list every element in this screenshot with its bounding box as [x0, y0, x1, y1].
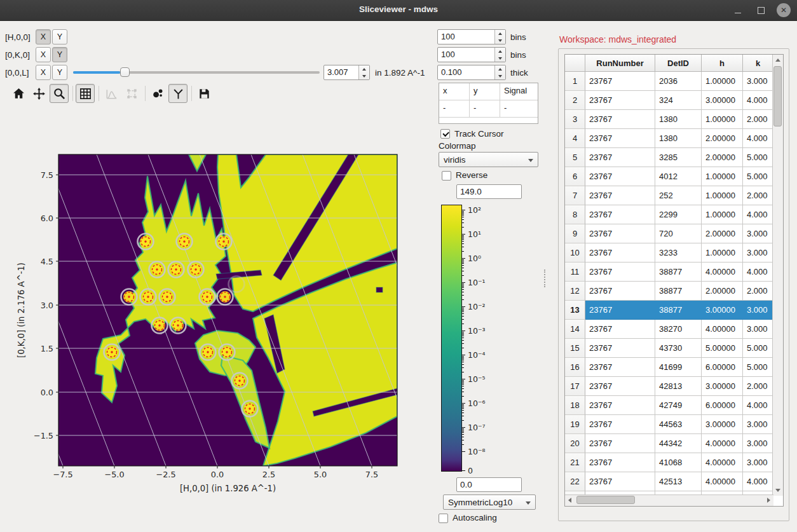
row-header[interactable]: 3 [565, 110, 585, 129]
table-cell[interactable]: 252 [655, 186, 702, 205]
track-cursor-checkbox[interactable] [440, 129, 450, 139]
table-cell[interactable]: 4.000 [743, 263, 773, 282]
table-cell[interactable]: 38270 [655, 320, 702, 339]
table-cell[interactable]: 44563 [655, 415, 702, 434]
spin-down-icon[interactable] [495, 55, 505, 62]
table-cell[interactable]: 4.000 [743, 396, 773, 415]
spin-arrows[interactable] [494, 30, 505, 44]
table-cell[interactable]: 3.000 [743, 434, 773, 453]
spin-up-icon[interactable] [495, 30, 505, 37]
table-cell[interactable]: 38877 [655, 282, 702, 301]
table-cell[interactable]: 23767 [585, 301, 655, 320]
spin-arrows[interactable] [358, 65, 369, 79]
table-cell[interactable]: 5.000 [743, 148, 773, 167]
table-cell[interactable]: 1380 [655, 110, 702, 129]
row-header[interactable]: 4 [565, 129, 585, 148]
table-cell[interactable]: 6.00000 [702, 396, 743, 415]
reverse-checkbox[interactable] [442, 171, 451, 181]
table-cell[interactable]: 3.000 [743, 243, 773, 263]
table-cell[interactable]: 43730 [655, 339, 702, 358]
table-row[interactable]: 62376740121.000005.000 [565, 167, 773, 186]
table-cell[interactable]: 2.000 [743, 377, 773, 396]
row-header[interactable]: 7 [565, 186, 585, 205]
table-cell[interactable]: 324 [655, 91, 702, 110]
table-cell[interactable]: 3.000 [743, 224, 773, 243]
table-cell[interactable]: 23767 [585, 224, 655, 243]
spin-down-icon[interactable] [495, 72, 505, 79]
table-row[interactable]: 32376713801.000002.000 [565, 110, 773, 129]
dim-00l-y-button[interactable]: Y [52, 65, 67, 80]
row-header[interactable]: 14 [565, 320, 585, 339]
vscroll-thumb[interactable] [773, 66, 782, 126]
table-cell[interactable]: 44342 [655, 434, 702, 453]
slice-plot-area[interactable]: −7.5−5.0−2.50.02.55.07.57.56.04.53.01.50… [14, 148, 411, 498]
table-cell[interactable]: 2299 [655, 205, 702, 224]
spin-up-icon[interactable] [495, 65, 505, 72]
table-cell[interactable]: 3.00000 [702, 301, 743, 320]
table-cell[interactable]: 3285 [655, 148, 702, 167]
table-cell[interactable]: 23767 [585, 91, 655, 110]
table-cell[interactable]: 4.00000 [702, 453, 743, 472]
peaks-table[interactable]: RunNumberDetIDhk12376720361.000003.00022… [564, 54, 784, 507]
table-cell[interactable]: 4.000 [743, 205, 773, 224]
bins-x-spinbox[interactable]: 100 [437, 29, 506, 44]
table-row[interactable]: 1923767445633.000003.000 [565, 415, 773, 434]
table-cell[interactable]: 2.00000 [702, 282, 743, 301]
thickness-spinbox[interactable]: 0.100 [437, 65, 506, 80]
table-cell[interactable]: 23767 [585, 72, 655, 91]
table-cell[interactable]: 23767 [585, 434, 655, 453]
table-cell[interactable]: 42813 [655, 377, 702, 396]
table-cell[interactable]: 4.000 [743, 472, 773, 491]
row-header[interactable]: 16 [565, 358, 585, 377]
colorbar-max-input[interactable]: 149.0 [456, 184, 522, 199]
table-row[interactable]: 2237673243.000004.000 [565, 91, 773, 110]
table-row[interactable]: 1323767388773.000003.000 [565, 301, 773, 320]
table-cell[interactable]: 23767 [585, 129, 655, 148]
dim-h00-y-button[interactable]: Y [52, 29, 67, 44]
scale-select[interactable]: SymmetricLog10 [443, 494, 536, 510]
table-cell[interactable]: 38877 [655, 263, 702, 282]
scroll-down-icon[interactable] [775, 489, 780, 492]
table-cell[interactable]: 38877 [655, 301, 702, 320]
table-cell[interactable]: 4.000 [743, 129, 773, 148]
colorbar[interactable] [441, 205, 462, 472]
splitter-handle[interactable] [544, 269, 547, 287]
table-cell[interactable]: 1.00000 [702, 167, 743, 186]
save-button[interactable] [194, 84, 214, 103]
table-cell[interactable]: 3.00000 [702, 415, 743, 434]
row-header[interactable]: 9 [565, 224, 585, 243]
table-row[interactable]: 1823767427496.000004.000 [565, 396, 773, 415]
row-header[interactable]: 8 [565, 205, 585, 224]
row-header[interactable]: 6 [565, 167, 585, 186]
scroll-right-icon[interactable] [767, 498, 770, 503]
maximize-button[interactable] [754, 3, 768, 17]
table-cell[interactable]: 1.00000 [702, 186, 743, 205]
table-cell[interactable]: 23767 [585, 415, 655, 434]
column-header-runnumber[interactable]: RunNumber [585, 55, 655, 72]
table-cell[interactable]: 23767 [585, 282, 655, 301]
table-cell[interactable]: 41699 [655, 358, 702, 377]
row-header[interactable]: 20 [565, 434, 585, 453]
home-button[interactable] [9, 84, 28, 103]
row-header[interactable]: 13 [565, 301, 585, 320]
table-cell[interactable]: 2.000 [743, 110, 773, 129]
row-header[interactable]: 5 [565, 148, 585, 167]
table-cell[interactable]: 4.000 [743, 91, 773, 110]
table-cell[interactable]: 1.00000 [702, 243, 743, 263]
table-cell[interactable]: 4.00000 [702, 263, 743, 282]
table-row[interactable]: 102376732331.000003.000 [565, 243, 773, 263]
slice-plot[interactable]: −7.5−5.0−2.50.02.55.07.57.56.04.53.01.50… [14, 148, 411, 498]
close-button[interactable]: ✕ [777, 3, 791, 17]
table-cell[interactable]: 3.00000 [702, 377, 743, 396]
slider-handle[interactable] [120, 67, 130, 77]
colorbar-min-input[interactable]: 0.0 [456, 477, 522, 492]
table-row[interactable]: 1523767437305.000005.000 [565, 339, 773, 358]
table-row[interactable]: 12376720361.000003.000 [565, 72, 773, 91]
table-cell[interactable]: 2.00000 [702, 224, 743, 243]
row-header[interactable]: 1 [565, 72, 585, 91]
table-cell[interactable]: 4.00000 [702, 320, 743, 339]
row-header[interactable]: 15 [565, 339, 585, 358]
table-cell[interactable]: 3.000 [743, 320, 773, 339]
table-row[interactable]: 1223767388772.000002.000 [565, 282, 773, 301]
table-row[interactable]: 1423767382704.000003.000 [565, 320, 773, 339]
